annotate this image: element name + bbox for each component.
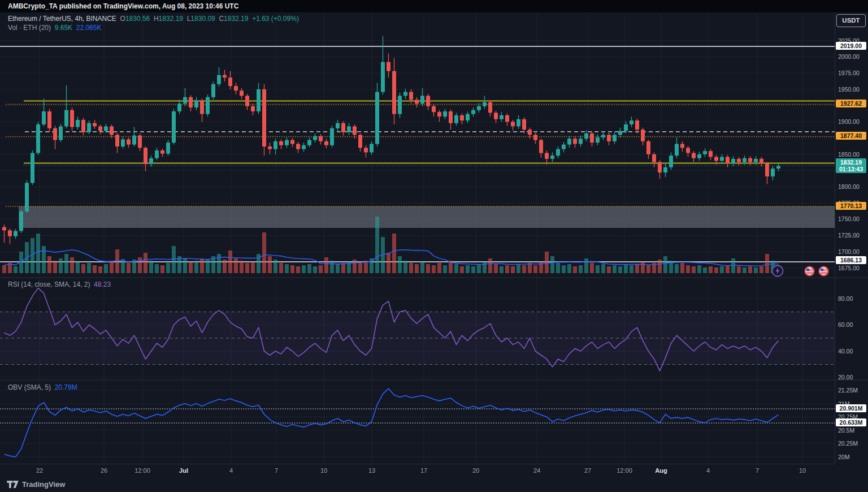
volume-bar — [98, 266, 102, 273]
obv-legend[interactable]: OBV (SMA, 5) 20.79M — [8, 383, 77, 391]
volume-bar — [268, 256, 272, 273]
volume-bar — [262, 232, 266, 273]
volume-bar — [183, 258, 187, 273]
volume-bar — [217, 254, 221, 273]
volume-bar — [533, 265, 537, 273]
time-tick-label: Aug — [649, 467, 674, 474]
volume-bar — [646, 265, 650, 273]
candle-body — [2, 227, 6, 231]
obv-tick-label: 20.5M — [838, 427, 854, 434]
level-price-label: 1770.13 — [836, 202, 866, 210]
candle-body — [488, 102, 492, 113]
candle-body — [709, 151, 713, 157]
rsi-tick-label: 80.00 — [838, 295, 853, 302]
candle-body — [426, 96, 430, 106]
price-tick-label: 1850.00 — [838, 151, 860, 158]
candle-body — [522, 119, 526, 130]
level-price-label: 1927.62 — [836, 100, 866, 107]
candle-body — [76, 120, 80, 127]
volume-legend[interactable]: Vol · ETH (20) 9.65K 22.065K — [8, 24, 101, 32]
rsi-legend[interactable]: RSI (14, close, SMA, 14, 2) 48.23 — [8, 280, 111, 288]
volume-bar — [556, 263, 560, 273]
candle-body — [409, 92, 413, 100]
volume-bar — [443, 265, 447, 273]
candle-body — [42, 111, 46, 124]
symbol-legend[interactable]: Ethereum / TetherUS, 4h, BINANCE O1830.5… — [8, 15, 299, 23]
candle-body — [771, 169, 775, 176]
candle-body — [449, 111, 453, 123]
price-axis[interactable]: 2025.002000.001975.001950.001900.001850.… — [835, 12, 868, 464]
volume-bar — [415, 264, 419, 273]
volume-bar — [2, 265, 6, 273]
volume-bar — [330, 261, 334, 273]
volume-bar — [760, 266, 763, 273]
ohlc-low-value: 1830.09 — [190, 15, 215, 23]
chart-canvas[interactable] — [0, 0, 868, 492]
candle-body — [579, 139, 583, 144]
time-tick-label: 12:00 — [130, 467, 155, 474]
candle-body — [228, 77, 232, 86]
candle-body — [545, 153, 549, 159]
volume-bar — [680, 263, 684, 273]
us-economic-event-icon[interactable] — [804, 266, 815, 277]
candle-body — [556, 149, 560, 156]
volume-bar — [675, 264, 679, 273]
candle-body — [443, 111, 447, 116]
lightning-alert-icon[interactable] — [771, 265, 784, 277]
time-tick-label: 10 — [790, 467, 815, 474]
tradingview-logo-icon — [7, 481, 19, 488]
candle-body — [257, 89, 261, 111]
candle-body — [630, 120, 633, 124]
volume-bar — [720, 266, 724, 273]
volume-bar — [545, 252, 549, 273]
candle-body — [166, 143, 170, 154]
volume-bar — [663, 256, 667, 273]
volume-bar — [64, 254, 68, 273]
volume-bar — [358, 263, 362, 273]
candle-body — [155, 150, 159, 158]
candle-body — [675, 144, 679, 156]
candle-body — [200, 100, 204, 114]
candle-body — [279, 141, 283, 145]
candle-body — [624, 124, 628, 131]
currency-unit-button[interactable]: USDT — [836, 14, 866, 27]
volume-bar — [471, 266, 475, 273]
candle-body — [353, 126, 357, 135]
ohlc-high-value: 1832.19 — [159, 15, 183, 23]
time-axis[interactable]: 222612:00Jul4710131720242712:00Aug4710 — [0, 464, 835, 478]
candle-body — [437, 112, 441, 116]
obv-value: 20.79M — [55, 383, 77, 391]
candle-body — [714, 157, 718, 161]
candle-body — [285, 140, 289, 145]
volume-bar — [387, 253, 390, 273]
volume-bar — [697, 265, 701, 273]
volume-bar — [392, 234, 396, 273]
volume-bar — [590, 263, 594, 273]
time-tick-label: 20 — [463, 467, 488, 474]
obv-tick-label: 20.25M — [838, 440, 858, 447]
volume-bar — [454, 264, 458, 273]
candle-body — [471, 110, 475, 114]
price-tick-label: 1900.00 — [838, 118, 860, 125]
candle-body — [8, 230, 12, 236]
volume-label: Vol · ETH (20) — [8, 24, 51, 32]
volume-bar — [160, 265, 164, 273]
footer-strip — [0, 478, 868, 492]
candle-body — [364, 148, 368, 152]
tradingview-logo[interactable]: TradingView — [7, 480, 65, 489]
volume-bar — [731, 258, 735, 273]
candle-body — [115, 135, 119, 146]
volume-bar — [432, 265, 436, 273]
candle-body — [500, 115, 504, 119]
candle-body — [98, 126, 102, 131]
volume-bar — [149, 261, 153, 273]
price-change: +1.63 (+0.09%) — [252, 15, 299, 23]
candle-body — [748, 158, 752, 162]
us-economic-event-icon[interactable] — [818, 266, 829, 277]
obv-tick-label: 20M — [838, 454, 849, 460]
candle-body — [607, 135, 611, 141]
volume-bar — [573, 266, 577, 273]
volume-bar — [601, 264, 605, 273]
candle-body — [104, 126, 108, 131]
volume-bar — [127, 263, 131, 273]
